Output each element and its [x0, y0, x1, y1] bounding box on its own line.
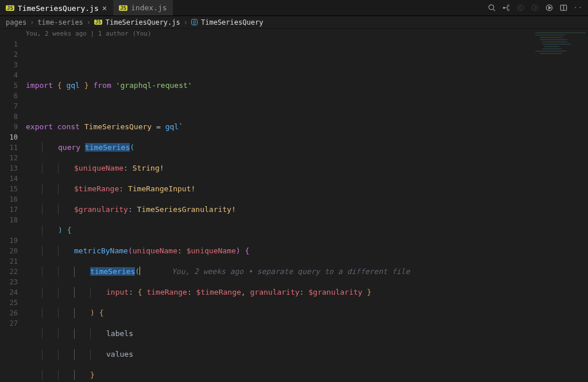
js-icon: JS: [119, 5, 127, 11]
split-editor-icon[interactable]: [559, 3, 568, 12]
breadcrumb-item[interactable]: TimeSeriesQuery.js: [106, 18, 180, 26]
tab-label: TimeSeriesQuery.js: [18, 4, 99, 13]
nav-back-icon[interactable]: [516, 3, 525, 12]
tab-index[interactable]: JS index.js: [113, 0, 173, 16]
titlebar-actions: ··: [488, 0, 588, 16]
svg-point-0: [489, 5, 493, 9]
git-compare-icon[interactable]: [502, 3, 510, 12]
tab-label: index.js: [131, 3, 167, 12]
code-area[interactable]: You, 2 weeks ago | 1 author (You) import…: [26, 29, 588, 382]
close-icon[interactable]: ×: [102, 4, 107, 12]
breadcrumb-item[interactable]: time-series: [37, 18, 83, 26]
svg-line-1: [493, 9, 495, 11]
gutter: 1 2 3 4 5 6 7 8 9 10 11 12 13 14 15 16 1…: [0, 29, 26, 382]
breadcrumb-item[interactable]: TimeSeriesQuery: [201, 18, 263, 26]
tab-bar: JS TimeSeriesQuery.js × JS index.js ··: [0, 0, 588, 16]
breadcrumb[interactable]: pages › time-series › JS TimeSeriesQuery…: [0, 16, 588, 29]
nav-forward-icon[interactable]: [531, 3, 539, 12]
js-icon: JS: [6, 5, 14, 11]
svg-point-2: [503, 7, 505, 9]
svg-point-4: [508, 9, 509, 11]
breadcrumb-item[interactable]: pages: [6, 18, 26, 26]
git-blame-top: You, 2 weeks ago | 1 author (You): [26, 29, 152, 39]
js-icon: JS: [94, 20, 102, 25]
text-cursor: [140, 267, 140, 275]
search-icon[interactable]: [488, 3, 496, 12]
git-blame-inline: You, 2 weeks ago • separate query to a d…: [172, 267, 410, 276]
run-icon[interactable]: [545, 3, 554, 12]
more-icon[interactable]: ··: [574, 4, 583, 11]
svg-point-5: [517, 5, 523, 10]
tab-timeseriesquery[interactable]: JS TimeSeriesQuery.js ×: [0, 0, 113, 16]
svg-point-3: [508, 5, 509, 6]
symbol-variable-icon: @: [191, 19, 198, 25]
svg-point-6: [532, 5, 537, 10]
editor[interactable]: 1 2 3 4 5 6 7 8 9 10 11 12 13 14 15 16 1…: [0, 29, 588, 382]
